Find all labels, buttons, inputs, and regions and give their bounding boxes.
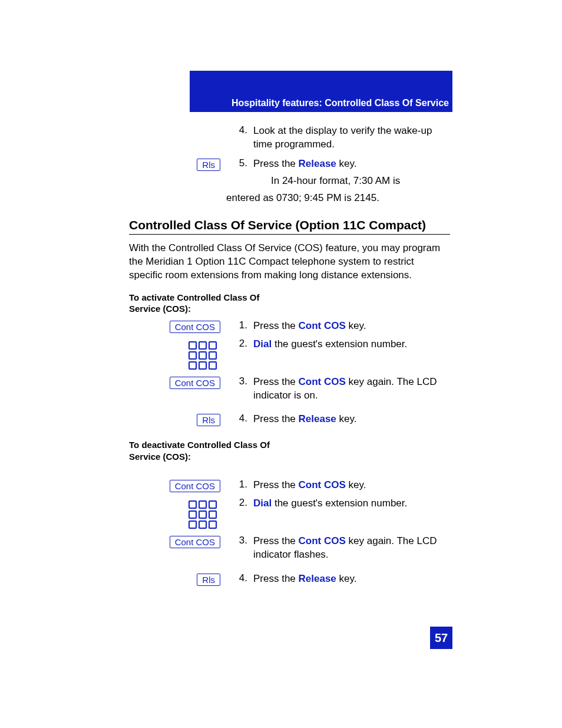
activate-heading: To activate Controlled Class Of Service … <box>129 292 282 315</box>
cont-cos-key: Cont COS <box>170 377 220 389</box>
step-row: Rls 4. Press the Release key. <box>129 413 450 426</box>
step-pre: Press the <box>253 320 299 331</box>
step-post: key. <box>336 158 357 169</box>
content-area: 4. Look at the display to verify the wak… <box>129 121 450 599</box>
step-text: Press the Cont COS key. <box>253 479 450 492</box>
step-pre: Press the <box>253 376 299 387</box>
deactivate-heading: To deactivate Controlled Class Of Servic… <box>129 439 294 462</box>
step-row: 2. Dial the guest's extension number. <box>129 338 450 371</box>
rls-key: Rls <box>197 414 220 426</box>
keypad-icon <box>189 341 217 370</box>
step-post: the guest's extension number. <box>272 498 407 509</box>
step-text: Press the Release key. <box>253 157 450 171</box>
button-col <box>129 338 226 371</box>
step-number: 4. <box>226 413 253 424</box>
step-number: 5. <box>226 157 253 169</box>
step-text: Dial the guest's extension number. <box>253 497 450 510</box>
step-pre: Press the <box>253 413 299 424</box>
step-number: 1. <box>226 319 253 331</box>
page-number: 57 <box>430 627 452 649</box>
keypad-icon <box>189 500 217 529</box>
step-post: key. <box>336 573 357 584</box>
step-row: Cont COS 3. Press the Cont COS key again… <box>129 375 450 403</box>
step-number: 4. <box>226 572 253 584</box>
step-number: 3. <box>226 375 253 387</box>
rls-key: Rls <box>197 574 220 586</box>
note-text: In 24-hour format, 7:30 AM is <box>253 174 450 188</box>
button-col: Cont COS <box>129 375 226 389</box>
header-title: Hospitality features: Controlled Class O… <box>190 98 452 108</box>
button-col <box>129 124 226 126</box>
step-text: Press the Release key. <box>253 572 450 586</box>
step-bold: Cont COS <box>299 479 346 490</box>
step-text: Dial the guest's extension number. <box>253 338 450 351</box>
step-bold: Release <box>299 413 336 424</box>
button-col: Rls <box>129 157 226 171</box>
step-number: 3. <box>226 535 253 546</box>
activate-block: Cont COS 1. Press the Cont COS key. 2. <box>129 319 450 427</box>
step-number: 1. <box>226 479 253 490</box>
step-row: Cont COS 3. Press the Cont COS key again… <box>129 535 450 562</box>
button-col: Cont COS <box>129 535 226 548</box>
step-row: Cont COS 1. Press the Cont COS key. <box>129 479 450 492</box>
step-bold: Release <box>299 158 336 169</box>
step-post: key. <box>336 413 357 424</box>
step-bold: Dial <box>253 338 272 350</box>
note-line2: entered as 0730; 9:45 PM is 2145. <box>226 192 450 205</box>
deactivate-block: Cont COS 1. Press the Cont COS key. 2. <box>129 479 450 586</box>
rls-key: Rls <box>197 159 220 171</box>
note-line1: In 24-hour format, 7:30 AM is <box>271 174 450 188</box>
section-title: Controlled Class Of Service (Option 11C … <box>129 218 450 235</box>
step-row: Rls 4. Press the Release key. <box>129 572 450 586</box>
button-col: Cont COS <box>129 479 226 492</box>
step-pre: Look at the display to verify the wake-u… <box>253 125 432 150</box>
step-pre: Press the <box>253 158 299 169</box>
button-col <box>129 192 226 193</box>
step-bold: Dial <box>253 498 272 509</box>
button-col <box>129 174 226 176</box>
step-text: Look at the display to verify the wake-u… <box>253 124 450 151</box>
step-text: Press the Cont COS key. <box>253 319 450 333</box>
step-bold: Cont COS <box>299 535 346 546</box>
step-text: Press the Cont COS key again. The LCD in… <box>253 375 450 403</box>
step-pre: Press the <box>253 573 299 584</box>
note-row: In 24-hour format, 7:30 AM is <box>129 174 450 188</box>
cont-cos-key: Cont COS <box>170 536 220 548</box>
note-row: entered as 0730; 9:45 PM is 2145. <box>129 192 450 205</box>
step-text: Press the Release key. <box>253 413 450 426</box>
step-post: key. <box>346 320 366 331</box>
page: Hospitality features: Controlled Class O… <box>0 0 562 728</box>
step-number: 4. <box>226 124 253 136</box>
step-row: Rls 5. Press the Release key. <box>129 157 450 171</box>
button-col: Rls <box>129 413 226 426</box>
step-text: Press the Cont COS key again. The LCD in… <box>253 535 450 562</box>
step-bold: Cont COS <box>299 376 346 387</box>
cont-cos-key: Cont COS <box>170 321 220 333</box>
step-bold: Release <box>299 573 336 584</box>
step-row: 2. Dial the guest's extension number. <box>129 497 450 530</box>
step-post: the guest's extension number. <box>272 338 407 350</box>
button-col <box>129 497 226 530</box>
step-number: 2. <box>226 338 253 350</box>
step-pre: Press the <box>253 535 299 546</box>
step-pre: Press the <box>253 479 299 490</box>
step-number: 2. <box>226 497 253 509</box>
button-col: Rls <box>129 572 226 586</box>
step-post: key. <box>346 479 366 490</box>
button-col: Cont COS <box>129 319 226 333</box>
cont-cos-key: Cont COS <box>170 480 220 492</box>
note-line2-text: entered as 0730; 9:45 PM is 2145. <box>226 192 379 203</box>
step-row: 4. Look at the display to verify the wak… <box>129 124 450 151</box>
step-row: Cont COS 1. Press the Cont COS key. <box>129 319 450 333</box>
step-bold: Cont COS <box>299 320 346 331</box>
intro-text: With the Controlled Class Of Service (CO… <box>129 242 450 282</box>
